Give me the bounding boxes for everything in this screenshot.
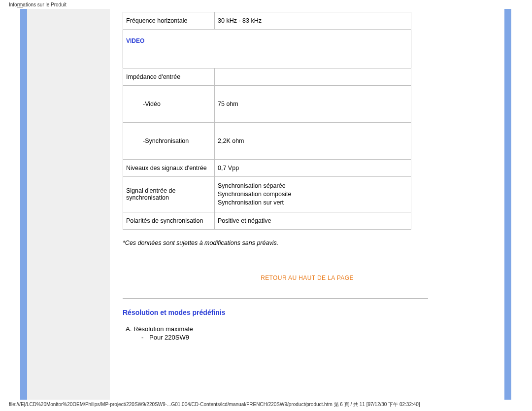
cell-label: Fréquence horizontale [123,12,215,30]
video-section-header: VIDEO [126,37,144,44]
disclaimer-note: *Ces données sont sujettes à modificatio… [123,240,492,246]
sync-green: Synchronisation sur vert [218,199,408,207]
table-row: VIDEO [123,30,411,68]
table-row: -Synchronisation 2,2K ohm [123,123,411,160]
cell-value [215,68,411,86]
table-row: Signal d'entrée de synchronisation Synch… [123,177,411,212]
cell-label: Impédance d'entrée [123,68,215,86]
section-title-resolution: Résolution et modes prédéfinis [123,308,492,316]
list-item: Résolution maximale Pour 220SW9 [133,325,492,341]
sidebar-placeholder [27,9,110,400]
sync-sep: Synchronisation séparée [218,182,408,190]
main-content: Fréquence horizontale 30 kHz - 83 kHz VI… [110,9,504,400]
list-item: Pour 220SW9 [141,334,492,341]
table-row: Impédance d'entrée [123,68,411,86]
sync-comp: Synchronisation composite [218,190,408,199]
cell-label: Niveaux des signaux d'entrée [123,160,215,177]
cell-label: -Vidéo [123,86,215,123]
sub-item-label: Pour 220SW9 [149,334,189,341]
page-header-label: Informations sur le Produit [9,2,66,7]
section-header-cell: VIDEO [123,30,411,68]
cell-label: Polarités de synchronisation [123,212,215,229]
table-row: Polarités de synchronisation Positive et… [123,212,411,229]
sub-list: Pour 220SW9 [133,334,492,341]
page-frame: Fréquence horizontale 30 kHz - 83 kHz VI… [20,9,511,400]
divider [123,298,428,299]
cell-value: Positive et négative [215,212,411,229]
cell-value: 75 ohm [215,86,411,123]
spec-table: Fréquence horizontale 30 kHz - 83 kHz VI… [123,12,411,230]
footer-file-path: file:///E|/LCD%20Monitor%20OEM/Philips/M… [9,401,420,408]
resolution-list: Résolution maximale Pour 220SW9 [123,325,492,341]
cell-value: 30 kHz - 83 kHz [215,12,411,30]
cell-value: 0,7 Vpp [215,160,411,177]
cell-label: Signal d'entrée de synchronisation [123,177,215,212]
right-stripe [504,9,511,400]
list-item-label: Résolution maximale [133,325,193,333]
back-to-top-link[interactable]: RETOUR AU HAUT DE LA PAGE [261,274,354,281]
table-row: Niveaux des signaux d'entrée 0,7 Vpp [123,160,411,177]
left-stripe [20,9,27,400]
table-row: Fréquence horizontale 30 kHz - 83 kHz [123,12,411,30]
cell-value: Synchronisation séparée Synchronisation … [215,177,411,212]
back-to-top-wrap: RETOUR AU HAUT DE LA PAGE [123,274,492,281]
cell-label: -Synchronisation [123,123,215,160]
cell-value: 2,2K ohm [215,123,411,160]
table-row: -Vidéo 75 ohm [123,86,411,123]
